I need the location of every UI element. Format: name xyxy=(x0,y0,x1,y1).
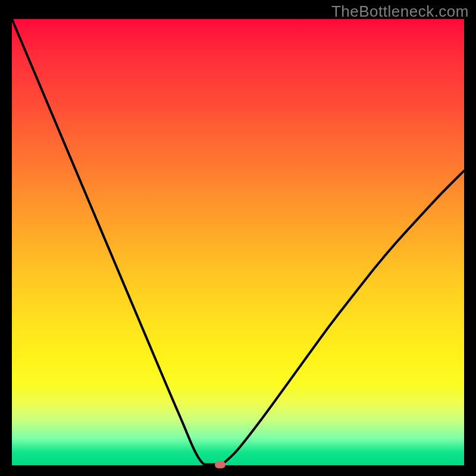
watermark-text: TheBottleneck.com xyxy=(331,2,469,21)
optimum-marker xyxy=(215,461,226,468)
curve-path xyxy=(12,19,464,465)
bottleneck-curve xyxy=(12,19,464,465)
plot-area xyxy=(12,19,464,465)
chart-frame: TheBottleneck.com xyxy=(0,0,476,476)
